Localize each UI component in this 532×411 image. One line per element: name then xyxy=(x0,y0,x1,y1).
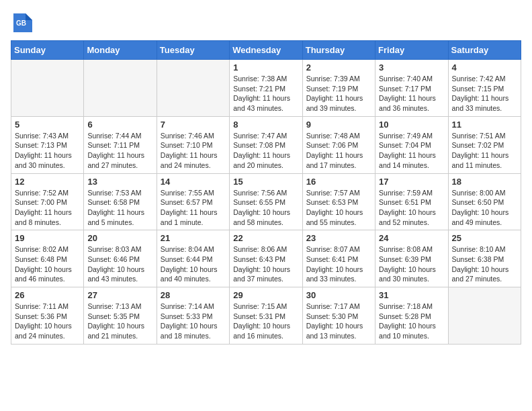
table-row: 19Sunrise: 8:02 AM Sunset: 6:48 PM Dayli… xyxy=(11,230,84,287)
table-row: 1Sunrise: 7:38 AM Sunset: 7:21 PM Daylig… xyxy=(230,60,302,117)
day-info: Sunrise: 7:42 AM Sunset: 7:15 PM Dayligh… xyxy=(452,74,517,113)
day-info: Sunrise: 7:18 AM Sunset: 5:28 PM Dayligh… xyxy=(379,302,444,341)
day-number: 20 xyxy=(87,233,152,243)
table-row: 16Sunrise: 7:57 AM Sunset: 6:53 PM Dayli… xyxy=(302,173,375,230)
table-row: 6Sunrise: 7:44 AM Sunset: 7:11 PM Daylig… xyxy=(84,116,157,173)
table-row: 3Sunrise: 7:40 AM Sunset: 7:17 PM Daylig… xyxy=(375,60,448,117)
day-number: 1 xyxy=(233,62,298,73)
day-info: Sunrise: 7:55 AM Sunset: 6:57 PM Dayligh… xyxy=(161,188,226,228)
table-row: 26Sunrise: 7:11 AM Sunset: 5:36 PM Dayli… xyxy=(11,287,84,345)
table-row: 11Sunrise: 7:51 AM Sunset: 7:02 PM Dayli… xyxy=(448,116,521,173)
calendar-header-row: SundayMondayTuesdayWednesdayThursdayFrid… xyxy=(11,41,521,60)
table-row: 4Sunrise: 7:42 AM Sunset: 7:15 PM Daylig… xyxy=(448,60,521,117)
day-header-wednesday: Wednesday xyxy=(230,41,302,60)
day-number: 24 xyxy=(379,233,444,243)
table-row: 9Sunrise: 7:48 AM Sunset: 7:06 PM Daylig… xyxy=(302,116,375,173)
calendar-week-4: 19Sunrise: 8:02 AM Sunset: 6:48 PM Dayli… xyxy=(11,230,521,287)
table-row: 29Sunrise: 7:15 AM Sunset: 5:31 PM Dayli… xyxy=(230,287,302,345)
table-row: 18Sunrise: 8:00 AM Sunset: 6:50 PM Dayli… xyxy=(448,173,521,230)
day-info: Sunrise: 7:49 AM Sunset: 7:04 PM Dayligh… xyxy=(379,131,444,171)
table-row: 21Sunrise: 8:04 AM Sunset: 6:44 PM Dayli… xyxy=(157,230,229,287)
day-number: 13 xyxy=(87,177,152,187)
day-number: 15 xyxy=(233,177,298,187)
table-row: 25Sunrise: 8:10 AM Sunset: 6:38 PM Dayli… xyxy=(448,230,521,287)
table-row: 28Sunrise: 7:14 AM Sunset: 5:33 PM Dayli… xyxy=(157,287,229,345)
table-row: 22Sunrise: 8:06 AM Sunset: 6:43 PM Dayli… xyxy=(230,230,302,287)
day-number: 11 xyxy=(452,120,517,130)
day-number: 5 xyxy=(15,120,80,130)
day-number: 23 xyxy=(306,233,371,243)
table-row: 15Sunrise: 7:56 AM Sunset: 6:55 PM Dayli… xyxy=(230,173,302,230)
day-number: 7 xyxy=(161,120,226,130)
day-info: Sunrise: 7:14 AM Sunset: 5:33 PM Dayligh… xyxy=(161,302,226,341)
day-number: 16 xyxy=(306,177,371,187)
table-row: 30Sunrise: 7:17 AM Sunset: 5:30 PM Dayli… xyxy=(302,287,375,345)
table-row: 24Sunrise: 8:08 AM Sunset: 6:39 PM Dayli… xyxy=(375,230,448,287)
table-row: 23Sunrise: 8:07 AM Sunset: 6:41 PM Dayli… xyxy=(302,230,375,287)
day-info: Sunrise: 8:08 AM Sunset: 6:39 PM Dayligh… xyxy=(379,244,444,284)
table-row: 2Sunrise: 7:39 AM Sunset: 7:19 PM Daylig… xyxy=(302,60,375,117)
table-row: 7Sunrise: 7:46 AM Sunset: 7:10 PM Daylig… xyxy=(157,116,229,173)
day-info: Sunrise: 8:03 AM Sunset: 6:46 PM Dayligh… xyxy=(87,244,152,284)
calendar-week-3: 12Sunrise: 7:52 AM Sunset: 7:00 PM Dayli… xyxy=(11,173,521,230)
day-info: Sunrise: 8:00 AM Sunset: 6:50 PM Dayligh… xyxy=(452,188,517,228)
table-row xyxy=(11,60,84,117)
day-number: 10 xyxy=(379,120,444,130)
table-row: 27Sunrise: 7:13 AM Sunset: 5:35 PM Dayli… xyxy=(84,287,157,345)
day-header-thursday: Thursday xyxy=(302,41,375,60)
page-header: GB xyxy=(11,11,521,35)
table-row xyxy=(84,60,157,117)
day-number: 12 xyxy=(15,177,80,187)
day-number: 26 xyxy=(15,290,80,300)
table-row xyxy=(448,287,521,345)
logo-icon: GB xyxy=(11,11,35,35)
day-number: 8 xyxy=(233,120,298,130)
day-number: 28 xyxy=(161,290,226,300)
day-info: Sunrise: 7:11 AM Sunset: 5:36 PM Dayligh… xyxy=(15,302,80,341)
day-number: 17 xyxy=(379,177,444,187)
table-row: 14Sunrise: 7:55 AM Sunset: 6:57 PM Dayli… xyxy=(157,173,229,230)
day-number: 14 xyxy=(161,177,226,187)
table-row: 12Sunrise: 7:52 AM Sunset: 7:00 PM Dayli… xyxy=(11,173,84,230)
day-info: Sunrise: 7:38 AM Sunset: 7:21 PM Dayligh… xyxy=(233,74,298,113)
day-info: Sunrise: 7:44 AM Sunset: 7:11 PM Dayligh… xyxy=(87,131,152,171)
day-info: Sunrise: 7:51 AM Sunset: 7:02 PM Dayligh… xyxy=(452,131,517,171)
day-header-friday: Friday xyxy=(375,41,448,60)
day-number: 2 xyxy=(306,62,371,73)
calendar-table: SundayMondayTuesdayWednesdayThursdayFrid… xyxy=(11,40,521,345)
day-info: Sunrise: 7:59 AM Sunset: 6:51 PM Dayligh… xyxy=(379,188,444,228)
day-number: 29 xyxy=(233,290,298,300)
day-number: 25 xyxy=(452,233,517,243)
day-number: 27 xyxy=(87,290,152,300)
day-header-saturday: Saturday xyxy=(448,41,521,60)
day-info: Sunrise: 7:15 AM Sunset: 5:31 PM Dayligh… xyxy=(233,302,298,341)
day-info: Sunrise: 8:07 AM Sunset: 6:41 PM Dayligh… xyxy=(306,244,371,284)
day-number: 19 xyxy=(15,233,80,243)
day-number: 9 xyxy=(306,120,371,130)
day-header-sunday: Sunday xyxy=(11,41,84,60)
table-row: 20Sunrise: 8:03 AM Sunset: 6:46 PM Dayli… xyxy=(84,230,157,287)
day-info: Sunrise: 7:40 AM Sunset: 7:17 PM Dayligh… xyxy=(379,74,444,113)
day-info: Sunrise: 7:52 AM Sunset: 7:00 PM Dayligh… xyxy=(15,188,80,228)
day-info: Sunrise: 7:47 AM Sunset: 7:08 PM Dayligh… xyxy=(233,131,298,171)
day-number: 30 xyxy=(306,290,371,300)
day-info: Sunrise: 7:46 AM Sunset: 7:10 PM Dayligh… xyxy=(161,131,226,171)
day-number: 21 xyxy=(161,233,226,243)
calendar-week-2: 5Sunrise: 7:43 AM Sunset: 7:13 PM Daylig… xyxy=(11,116,521,173)
day-info: Sunrise: 7:17 AM Sunset: 5:30 PM Dayligh… xyxy=(306,302,371,341)
day-info: Sunrise: 7:48 AM Sunset: 7:06 PM Dayligh… xyxy=(306,131,371,171)
table-row: 31Sunrise: 7:18 AM Sunset: 5:28 PM Dayli… xyxy=(375,287,448,345)
day-info: Sunrise: 8:02 AM Sunset: 6:48 PM Dayligh… xyxy=(15,244,80,284)
day-info: Sunrise: 8:10 AM Sunset: 6:38 PM Dayligh… xyxy=(452,244,517,284)
day-info: Sunrise: 7:39 AM Sunset: 7:19 PM Dayligh… xyxy=(306,74,371,113)
day-number: 3 xyxy=(379,62,444,73)
day-header-monday: Monday xyxy=(84,41,157,60)
table-row: 13Sunrise: 7:53 AM Sunset: 6:58 PM Dayli… xyxy=(84,173,157,230)
day-info: Sunrise: 7:13 AM Sunset: 5:35 PM Dayligh… xyxy=(87,302,152,341)
svg-text:GB: GB xyxy=(16,19,26,27)
table-row: 5Sunrise: 7:43 AM Sunset: 7:13 PM Daylig… xyxy=(11,116,84,173)
table-row xyxy=(157,60,229,117)
calendar-week-5: 26Sunrise: 7:11 AM Sunset: 5:36 PM Dayli… xyxy=(11,287,521,345)
day-info: Sunrise: 7:43 AM Sunset: 7:13 PM Dayligh… xyxy=(15,131,80,171)
day-number: 22 xyxy=(233,233,298,243)
